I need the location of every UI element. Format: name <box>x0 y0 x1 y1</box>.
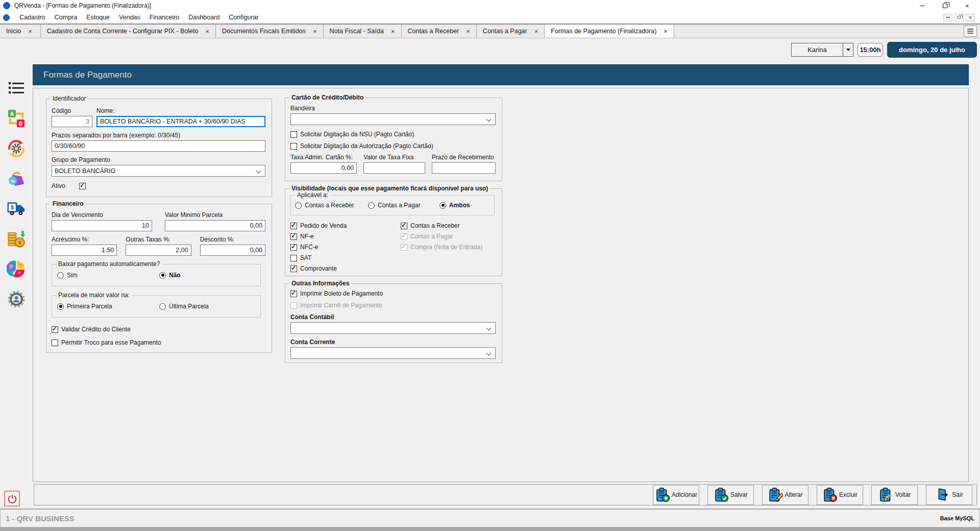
power-button[interactable] <box>4 491 20 506</box>
restore-icon[interactable] <box>941 2 948 9</box>
tab-contas-a-receber[interactable]: Contas a Receber× <box>402 25 477 38</box>
pie-chart-icon[interactable]: % B F <box>7 259 26 279</box>
adicionar-button[interactable]: Adicionar <box>653 485 699 505</box>
menu-configurar[interactable]: Configurar <box>224 13 263 22</box>
tab-inicio[interactable]: Inicio× <box>0 25 41 38</box>
conta-contabil-label: Conta Contábil <box>290 313 496 321</box>
validar-credito-checkbox[interactable]: Validar Crédito do Cliente <box>52 326 265 333</box>
valor-minimo-input[interactable]: 0,00 <box>165 220 265 231</box>
pedido-venda-checkbox[interactable]: Pedido de Venda <box>290 222 401 229</box>
list-icon[interactable] <box>7 79 26 98</box>
menu-dashboard[interactable]: Dashboard <box>184 13 224 22</box>
svg-text:$: $ <box>18 239 21 245</box>
ab-flow-icon[interactable]: A B <box>7 109 26 128</box>
desconto-label: Desconto %: <box>200 236 265 243</box>
comprovante-checkbox[interactable]: Comprovante <box>290 265 401 272</box>
hamburger-icon <box>967 29 973 30</box>
conta-corrente-select[interactable] <box>290 347 496 359</box>
nsu-checkbox[interactable]: Solicitar Digitação da NSU (Pagto Cartão… <box>290 131 496 138</box>
menu-compra[interactable]: Compra <box>50 13 82 22</box>
acrescimo-input[interactable]: 1,50 <box>52 245 117 256</box>
close-tab-icon[interactable]: × <box>534 28 538 35</box>
radio-ultima-parcela[interactable]: Última Parcela <box>159 303 209 310</box>
close-tab-icon[interactable]: × <box>466 28 470 35</box>
title-bar: QRVenda - [Formas de Pagamento (Finaliza… <box>0 0 980 11</box>
taxa-fixa-label: Valor de Taxa Fixa <box>363 154 425 161</box>
voltar-button[interactable]: Voltar <box>871 485 918 505</box>
sat-checkbox[interactable]: SAT <box>290 254 401 261</box>
money-truck-icon[interactable]: $ <box>7 199 26 219</box>
radio-aplicavel-ambos[interactable]: Ambos <box>439 202 470 209</box>
close-tab-icon[interactable]: × <box>391 28 395 35</box>
ativo-checkbox[interactable]: Ativo <box>52 182 265 189</box>
user-select[interactable]: Karina <box>791 43 853 57</box>
conta-contabil-select[interactable] <box>290 322 496 334</box>
menu-cadastro[interactable]: Cadastro <box>15 13 50 22</box>
mdi-close-icon[interactable]: × <box>966 14 975 21</box>
time-button[interactable]: 15:00h <box>857 43 883 57</box>
nome-input[interactable]: BOLETO BANCÁRIO - ENTRADA + 30/60/90 DIA… <box>96 116 265 127</box>
imprimir-boleto-checkbox[interactable]: Imprimir Boleto de Pagamento <box>290 290 496 297</box>
clipboard-add-icon <box>655 487 670 502</box>
exit-door-icon <box>935 487 950 502</box>
excluir-button[interactable]: Excluir <box>817 485 863 505</box>
desconto-input[interactable]: 0,00 <box>200 245 265 256</box>
menu-estoque[interactable]: Estoque <box>82 13 114 22</box>
discount-bag-icon[interactable]: % <box>7 169 26 188</box>
autorizacao-checkbox[interactable]: Solicitar Digitação da Autorização (Pagt… <box>290 142 496 150</box>
prazos-input[interactable]: 0/30/60/90 <box>52 140 265 152</box>
close-tab-icon[interactable]: × <box>28 28 32 35</box>
group-financeiro: Financeiro Dia de Vencimento 10 Valor Mi… <box>46 204 272 353</box>
svg-text:$: $ <box>11 204 14 210</box>
tab-nota-fiscal-saida[interactable]: Nota Fiscal - Saída× <box>324 25 402 38</box>
permitir-troco-checkbox[interactable]: Permitir Troco para esse Pagamento <box>52 339 265 346</box>
mdi-minimize-icon[interactable] <box>943 14 952 21</box>
nfce-checkbox[interactable]: NFC-e <box>290 244 401 251</box>
prazos-label: Prazos separados por barra (exemplo: 0/3… <box>52 132 265 139</box>
acrescimo-label: Acréscimo %: <box>52 236 117 243</box>
tab-formas-de-pagamento[interactable]: Formas de Pagamento (Finalizadora)× <box>545 25 674 38</box>
close-tab-icon[interactable]: × <box>205 28 209 35</box>
valor-minimo-label: Valor Minimo Parcela <box>165 211 265 219</box>
date-button[interactable]: domingo, 20 de julho <box>887 42 977 58</box>
tab-documentos-fiscais[interactable]: Documentos Fiscais Emitidos× <box>216 25 324 38</box>
alterar-button[interactable]: Alterar <box>762 485 808 505</box>
contas-receber-checkbox[interactable]: Contas a Receber <box>401 222 482 229</box>
close-tab-icon[interactable]: × <box>313 28 317 35</box>
radio-primeira-parcela[interactable]: Primeira Parcela <box>57 303 159 310</box>
svg-text:A: A <box>10 111 14 117</box>
sync-gear-icon[interactable] <box>7 139 26 158</box>
salvar-button[interactable]: Salvar <box>707 485 754 505</box>
dropdown-arrow-icon[interactable] <box>843 43 853 56</box>
app-logo-icon-small <box>3 14 10 21</box>
minimize-icon[interactable] <box>919 2 926 9</box>
menu-financeiro[interactable]: Financeiro <box>145 13 184 22</box>
dia-vencimento-input[interactable]: 10 <box>52 220 152 231</box>
page-title: Formas de Pagamento <box>43 70 132 80</box>
nfe-checkbox[interactable]: NF-e <box>290 233 401 240</box>
mdi-restore-icon[interactable] <box>954 14 964 21</box>
close-tab-icon[interactable]: × <box>664 28 668 35</box>
taxa-fixa-input[interactable] <box>363 162 425 174</box>
coins-receive-icon[interactable]: $ <box>7 229 26 249</box>
tab-contas-a-pagar[interactable]: Contas a Pagar× <box>477 25 545 38</box>
bandeira-select[interactable] <box>290 113 496 125</box>
user-gear-icon[interactable] <box>7 289 26 309</box>
tab-conta-corrente-pix-boleto[interactable]: Cadastro de Conta Corrente - Configurar … <box>41 25 216 38</box>
taxa-admin-input[interactable]: 0,00 <box>290 162 357 174</box>
radio-sim[interactable]: Sim <box>57 272 159 279</box>
close-icon[interactable]: × <box>964 2 971 9</box>
radio-nao[interactable]: Não <box>159 272 181 279</box>
outras-taxas-input[interactable]: 2,00 <box>126 245 191 256</box>
status-bar: 1 - QRV BUSINESS Base MySQL <box>0 509 980 531</box>
grupo-pagamento-select[interactable]: BOLETO BANCÁRIO <box>52 165 265 177</box>
menu-vendas[interactable]: Vendas <box>114 13 145 22</box>
tab-list-button[interactable] <box>964 26 977 37</box>
prazo-recebimento-input[interactable] <box>432 162 496 174</box>
radio-aplicavel-pagar[interactable]: Contas a Pagar <box>368 202 439 209</box>
sair-button[interactable]: Sair <box>926 485 972 505</box>
top-toolbar: Karina 15:00h domingo, 20 de julho <box>0 38 980 61</box>
conta-corrente-label: Conta Corrente <box>290 339 496 346</box>
chevron-down-icon <box>486 351 492 356</box>
radio-aplicavel-receber[interactable]: Contas a Receber <box>295 202 368 209</box>
